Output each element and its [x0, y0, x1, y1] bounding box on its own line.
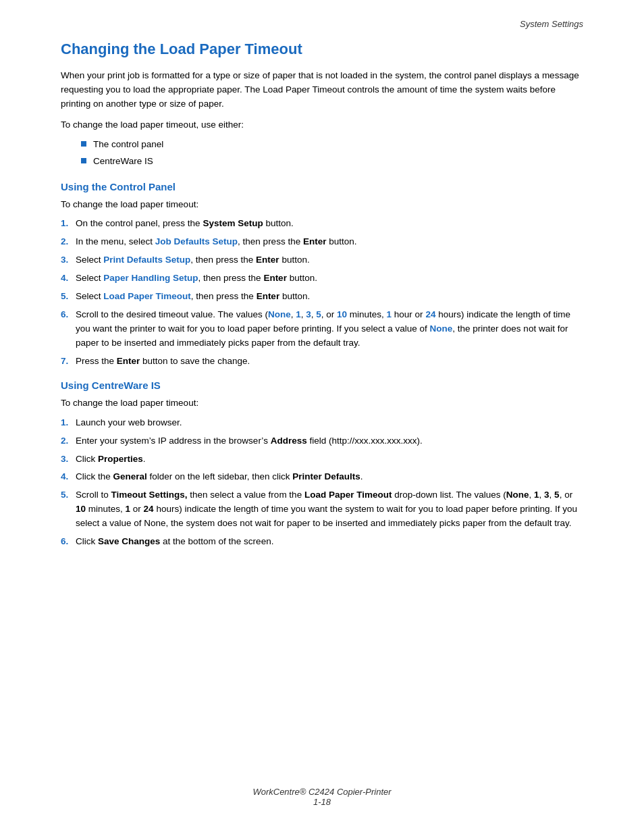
section2-intro: To change the load paper timeout:: [61, 396, 583, 411]
section1-title: Using the Control Panel: [61, 181, 583, 192]
page: System Settings Changing the Load Paper …: [0, 0, 644, 834]
section1-steps: 1. On the control panel, press the Syste…: [61, 217, 583, 368]
footer-line1: WorkCentre® C2424 Copier-Printer: [0, 787, 644, 797]
step-item: 6. Scroll to the desired timeout value. …: [61, 308, 583, 350]
bold-text: General: [113, 471, 147, 481]
bold-text: 1: [534, 490, 539, 500]
bullet-list: The control panel CentreWare IS: [81, 138, 583, 169]
step-item: 4. Select Paper Handling Setup, then pre…: [61, 271, 583, 286]
bold-text: Load Paper Timeout: [304, 490, 392, 500]
step-item: 5. Scroll to Timeout Settings, then sele…: [61, 488, 583, 531]
bullet-text: The control panel: [93, 138, 163, 152]
step-item: 6. Click Save Changes at the bottom of t…: [61, 535, 583, 549]
bold-text: Enter: [263, 273, 287, 283]
bold-text: Enter: [303, 236, 327, 246]
step-item: 3. Click Properties.: [61, 452, 583, 467]
bold-text: 5: [316, 309, 321, 319]
section2-steps: 1. Launch your web browser. 2. Enter you…: [61, 416, 583, 549]
bold-text: System Setup: [203, 218, 263, 228]
intro-para1: When your print job is formatted for a t…: [61, 69, 583, 111]
bold-text: Job Defaults Setup: [155, 236, 238, 246]
section2-title: Using CentreWare IS: [61, 380, 583, 391]
step-item: 5. Select Load Paper Timeout, then press…: [61, 290, 583, 304]
footer-line2: 1-18: [0, 797, 644, 807]
step-item: 3. Select Print Defaults Setup, then pre…: [61, 253, 583, 267]
bullet-icon: [81, 141, 86, 147]
intro-para2: To change the load paper timeout, use ei…: [61, 118, 583, 132]
bold-text: 1: [126, 504, 131, 514]
bold-text: 10: [337, 309, 347, 319]
bold-text: 3: [544, 490, 549, 500]
bold-text: Enter: [256, 255, 279, 265]
step-item: 1. Launch your web browser.: [61, 416, 583, 430]
bold-text: Load Paper Timeout: [103, 291, 191, 301]
bold-text: Enter: [117, 356, 140, 366]
bold-text: Paper Handling Setup: [103, 273, 198, 283]
bold-text: Address: [271, 436, 307, 446]
page-title: Changing the Load Paper Timeout: [61, 41, 583, 58]
bold-text: Print Defaults Setup: [103, 255, 190, 265]
list-item: The control panel: [81, 138, 583, 152]
step-item: 2. Enter your system’s IP address in the…: [61, 434, 583, 448]
bold-text: Enter: [257, 291, 280, 301]
bold-text: None: [506, 490, 529, 500]
bullet-icon: [81, 158, 86, 163]
list-item: CentreWare IS: [81, 155, 583, 169]
page-header: System Settings: [520, 19, 583, 29]
bold-text: 24: [144, 504, 154, 514]
bold-text: Save Changes: [98, 536, 160, 546]
page-footer: WorkCentre® C2424 Copier-Printer 1-18: [0, 787, 644, 807]
header-label: System Settings: [520, 19, 583, 29]
section1-intro: To change the load paper timeout:: [61, 198, 583, 212]
step-item: 2. In the menu, select Job Defaults Setu…: [61, 235, 583, 249]
bold-text: Timeout Settings,: [111, 490, 188, 500]
step-item: 7. Press the Enter button to save the ch…: [61, 355, 583, 369]
bold-text: Properties: [98, 454, 143, 464]
bold-text: 10: [76, 504, 86, 514]
step-item: 1. On the control panel, press the Syste…: [61, 217, 583, 231]
bold-text: None: [430, 323, 453, 334]
bold-text: Printer Defaults: [292, 471, 360, 481]
bold-text: 3: [306, 309, 311, 319]
bold-text: 1: [296, 309, 301, 319]
bold-text: 5: [554, 490, 560, 500]
bullet-text: CentreWare IS: [93, 155, 153, 169]
bold-text: 1: [387, 309, 392, 319]
step-item: 4. Click the General folder on the left …: [61, 470, 583, 484]
bold-text: None: [268, 309, 291, 319]
bold-text: 24: [425, 309, 435, 319]
